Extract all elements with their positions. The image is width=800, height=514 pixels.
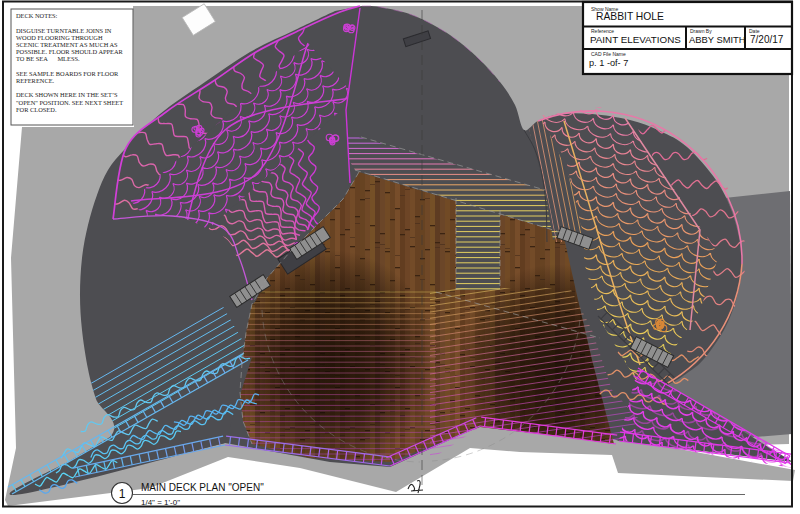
svg-text:PAINT ELEVATIONS: PAINT ELEVATIONS <box>590 34 681 45</box>
svg-text:CAD File Name: CAD File Name <box>591 51 626 57</box>
svg-text:WOOD FLOORING THROUGH: WOOD FLOORING THROUGH <box>16 34 103 41</box>
svg-text:1: 1 <box>119 487 126 501</box>
svg-text:MAIN DECK PLAN "OPEN": MAIN DECK PLAN "OPEN" <box>141 482 264 493</box>
svg-text:DECK SHOWN HERE IN THE SET’S: DECK SHOWN HERE IN THE SET’S <box>16 91 118 98</box>
svg-text:FOR CLOSED.: FOR CLOSED. <box>16 106 57 113</box>
svg-text:ABBY SMITH: ABBY SMITH <box>689 34 746 45</box>
svg-text:DECK NOTES:: DECK NOTES: <box>16 12 58 19</box>
svg-text:1/4" = 1'-0": 1/4" = 1'-0" <box>141 498 180 507</box>
svg-text:REFERENCE.: REFERENCE. <box>16 77 55 84</box>
svg-text:RABBIT HOLE: RABBIT HOLE <box>596 11 664 22</box>
svg-text:TO BE SEA MLESS.: TO BE SEA MLESS. <box>16 55 80 62</box>
svg-text:p. 1 -of- 7: p. 1 -of- 7 <box>589 58 628 68</box>
svg-text:DISGUISE TURNTABLE JOINS IN: DISGUISE TURNTABLE JOINS IN <box>16 27 112 34</box>
svg-text:"OPEN" POSITION. SEE NEXT SHEE: "OPEN" POSITION. SEE NEXT SHEET <box>16 99 123 106</box>
svg-text:POSSIBLE. FLOOR SHOULD APPEAR: POSSIBLE. FLOOR SHOULD APPEAR <box>16 48 124 55</box>
svg-text:SEE SAMPLE BOARDS FOR FLOOR: SEE SAMPLE BOARDS FOR FLOOR <box>16 70 119 77</box>
svg-text:SCENIC TREATMENT AS MUCH AS: SCENIC TREATMENT AS MUCH AS <box>16 41 118 48</box>
svg-text:7/20/17: 7/20/17 <box>750 34 784 45</box>
